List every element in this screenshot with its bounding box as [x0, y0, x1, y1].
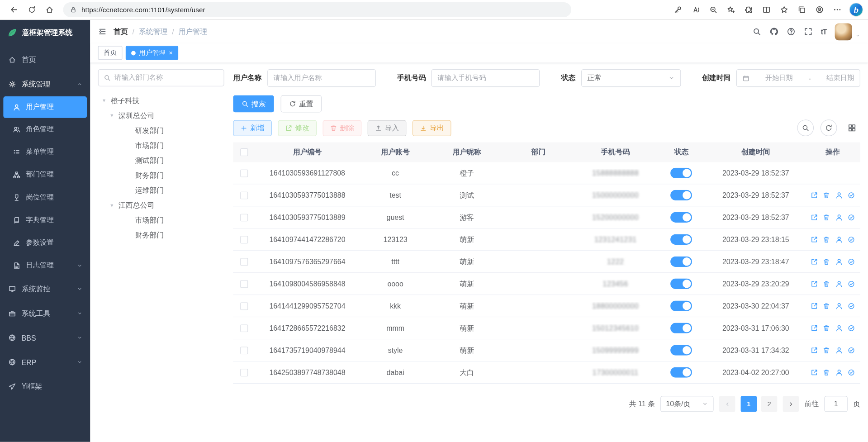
row-checkbox[interactable]	[240, 369, 248, 376]
tree-node[interactable]: 运维部门	[98, 183, 224, 198]
edit-icon[interactable]	[811, 369, 818, 376]
home-icon[interactable]	[41, 2, 58, 17]
breadcrumb-item[interactable]: 系统管理	[139, 27, 168, 37]
sidebar-item-post[interactable]: 岗位管理	[0, 186, 90, 209]
more-icon[interactable]	[829, 2, 845, 17]
row-checkbox[interactable]	[240, 302, 248, 310]
select-all-checkbox[interactable]	[240, 148, 248, 156]
assign-role-icon[interactable]	[848, 258, 855, 266]
user-avatar[interactable]	[835, 23, 852, 40]
status-toggle[interactable]	[671, 279, 693, 289]
reset-password-icon[interactable]	[835, 280, 843, 288]
status-toggle[interactable]	[671, 345, 693, 355]
row-checkbox[interactable]	[240, 324, 248, 332]
tree-node[interactable]: 测试部门	[98, 153, 224, 168]
export-button[interactable]: 导出	[413, 120, 451, 136]
column-settings-button[interactable]	[844, 119, 860, 136]
tree-node[interactable]: ▾橙子科技	[98, 93, 224, 108]
tree-node[interactable]: ▾江西总公司	[98, 198, 224, 213]
reset-password-icon[interactable]	[835, 324, 843, 332]
edit-icon[interactable]	[811, 347, 818, 354]
delete-icon[interactable]	[823, 258, 830, 266]
delete-icon[interactable]	[823, 302, 830, 310]
row-checkbox[interactable]	[240, 169, 248, 177]
row-checkbox[interactable]	[240, 236, 248, 243]
favorites-icon[interactable]	[776, 2, 792, 17]
address-bar[interactable]: https://ccnetcore.com:1101/system/user	[63, 2, 572, 17]
reset-password-icon[interactable]	[835, 191, 843, 199]
date-range-input[interactable]: 开始日期 - 结束日期	[736, 69, 860, 87]
edit-icon[interactable]	[811, 214, 818, 221]
delete-icon[interactable]	[823, 214, 830, 221]
sidebar-item-yiframe[interactable]: Yi框架	[0, 374, 90, 399]
reset-password-icon[interactable]	[835, 236, 843, 243]
sidebar-item-role[interactable]: 角色管理	[0, 118, 90, 141]
sidebar-item-user[interactable]: 用户管理	[3, 96, 87, 118]
edit-icon[interactable]	[811, 258, 818, 266]
password-key-icon[interactable]	[669, 2, 686, 17]
refresh-icon[interactable]	[23, 2, 40, 17]
collections-icon[interactable]	[793, 2, 810, 17]
breadcrumb-item[interactable]: 首页	[114, 27, 128, 37]
caret-icon[interactable]: ▾	[108, 112, 116, 118]
username-input[interactable]: 请输入用户名称	[267, 69, 376, 87]
reset-password-icon[interactable]	[835, 369, 843, 376]
assign-role-icon[interactable]	[848, 191, 855, 199]
delete-icon[interactable]	[823, 236, 830, 243]
sidebar-item-bbs[interactable]: BBS	[0, 326, 90, 350]
sidebar-item-dept[interactable]: 部门管理	[0, 163, 90, 186]
row-checkbox[interactable]	[240, 258, 248, 266]
row-checkbox[interactable]	[240, 214, 248, 221]
status-toggle[interactable]	[671, 323, 693, 333]
add-button[interactable]: 新增	[233, 120, 272, 136]
phone-input[interactable]: 请输入手机号码	[432, 69, 540, 87]
import-button[interactable]: 导入	[368, 120, 407, 136]
sidebar-item-dict[interactable]: 字典管理	[0, 209, 90, 231]
browser-profile-icon[interactable]	[811, 2, 828, 17]
favorites-add-icon[interactable]	[722, 2, 739, 17]
status-toggle[interactable]	[671, 212, 693, 223]
status-toggle[interactable]	[671, 301, 693, 311]
edit-icon[interactable]	[811, 236, 818, 243]
edit-icon[interactable]	[811, 191, 818, 199]
row-checkbox[interactable]	[240, 191, 248, 199]
search-icon[interactable]	[752, 27, 761, 36]
edit-icon[interactable]	[811, 302, 818, 310]
edit-button[interactable]: 修改	[278, 120, 317, 136]
assign-role-icon[interactable]	[848, 347, 855, 354]
status-toggle[interactable]	[671, 367, 693, 377]
sidebar-item-menu[interactable]: 菜单管理	[0, 141, 90, 163]
fullscreen-icon[interactable]	[804, 27, 813, 36]
edit-icon[interactable]	[811, 324, 818, 332]
status-toggle[interactable]	[671, 257, 693, 267]
tree-node[interactable]: 市场部门	[98, 138, 224, 153]
sidebar-item-monitor[interactable]: 系统监控	[0, 277, 90, 301]
tree-node[interactable]: 财务部门	[98, 228, 224, 242]
sidebar-item-home[interactable]: 首页	[0, 48, 90, 72]
page-button-1[interactable]: 1	[741, 396, 757, 412]
split-screen-icon[interactable]	[758, 2, 775, 17]
show-search-button[interactable]	[797, 119, 814, 136]
refresh-table-button[interactable]	[821, 119, 837, 136]
prev-page-button[interactable]	[719, 396, 735, 412]
assign-role-icon[interactable]	[848, 302, 855, 310]
sidebar-item-tool[interactable]: 系统工具	[0, 301, 90, 326]
tree-node[interactable]: 市场部门	[98, 213, 224, 228]
delete-icon[interactable]	[823, 347, 830, 354]
sidebar-item-param[interactable]: 参数设置	[0, 232, 90, 254]
delete-icon[interactable]	[823, 191, 830, 199]
tree-node[interactable]: 研发部门	[98, 123, 224, 138]
sidebar-item-system[interactable]: 系统管理	[0, 72, 90, 96]
tree-node[interactable]: 财务部门	[98, 168, 224, 183]
assign-role-icon[interactable]	[848, 369, 855, 376]
dept-search-input[interactable]: 请输入部门名称	[98, 69, 224, 86]
github-icon[interactable]	[769, 27, 778, 36]
delete-icon[interactable]	[823, 280, 830, 288]
zoom-icon[interactable]	[705, 2, 721, 17]
reset-password-icon[interactable]	[835, 347, 843, 354]
caret-icon[interactable]: ▾	[100, 97, 108, 103]
back-icon[interactable]	[5, 2, 22, 17]
tab-用户管理[interactable]: 用户管理×	[126, 46, 178, 60]
assign-role-icon[interactable]	[848, 280, 855, 288]
copilot-icon[interactable]: b	[850, 3, 863, 16]
